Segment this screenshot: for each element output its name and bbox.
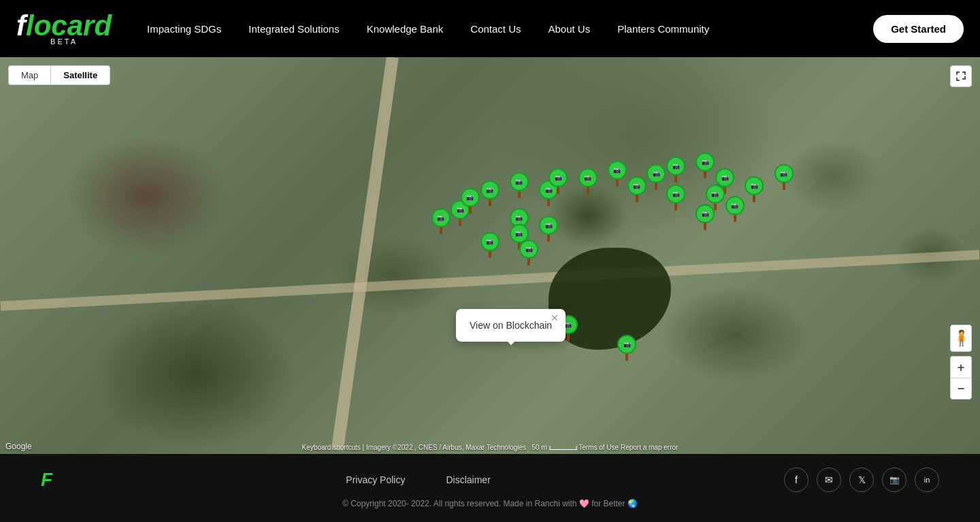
map-type-satellite-button[interactable]: Satellite bbox=[51, 66, 110, 84]
tree-circle bbox=[745, 176, 764, 195]
tree-circle bbox=[480, 180, 500, 199]
logo[interactable]: flocard BETA bbox=[16, 12, 112, 46]
footer-privacy-policy-link[interactable]: Privacy Policy bbox=[346, 474, 405, 485]
tree-marker[interactable] bbox=[519, 240, 538, 265]
tree-trunk bbox=[440, 227, 442, 234]
tree-marker[interactable] bbox=[539, 216, 558, 242]
tree-circle bbox=[696, 152, 715, 172]
popup-blockchain-text[interactable]: View on Blockchain bbox=[470, 320, 552, 331]
email-button[interactable]: ✉ bbox=[817, 468, 841, 492]
twitter-button[interactable]: 𝕏 bbox=[849, 468, 874, 492]
tree-marker[interactable] bbox=[627, 176, 647, 202]
google-attribution: Google bbox=[5, 442, 32, 451]
scale-line bbox=[550, 446, 577, 450]
tree-circle bbox=[725, 196, 745, 215]
map-container: Map Satellite bbox=[0, 57, 980, 454]
fullscreen-button[interactable] bbox=[950, 65, 972, 87]
nav-item-about-us[interactable]: About Us bbox=[535, 0, 604, 57]
footer-socials: f ✉ 𝕏 📷 in bbox=[784, 468, 939, 492]
tree-trunk bbox=[547, 199, 550, 206]
tree-trunk bbox=[734, 215, 736, 222]
tree-marker[interactable] bbox=[617, 335, 636, 361]
linkedin-icon: in bbox=[924, 476, 930, 484]
tree-trunk bbox=[753, 195, 755, 202]
zoom-out-button[interactable]: − bbox=[950, 378, 972, 399]
tree-trunk bbox=[547, 235, 550, 242]
scale-text: 50 m bbox=[532, 444, 546, 451]
tree-trunk bbox=[469, 207, 472, 214]
tree-trunk bbox=[655, 183, 657, 190]
tree-trunk bbox=[489, 199, 491, 206]
email-icon: ✉ bbox=[825, 474, 833, 485]
get-started-button[interactable]: Get Started bbox=[873, 15, 964, 43]
footer-logo[interactable]: F bbox=[41, 469, 52, 491]
footer-copyright: © Copyright 2020- 2022. All rights reser… bbox=[342, 499, 638, 508]
nav-item-knowledge-bank[interactable]: Knowledge Bank bbox=[353, 0, 457, 57]
nav-item-planters-community[interactable]: Planters Community bbox=[604, 0, 723, 57]
scale-bar: 50 m bbox=[532, 444, 576, 451]
popup-close-button[interactable]: ✕ bbox=[551, 313, 559, 323]
tree-circle bbox=[510, 172, 529, 191]
terms-of-use-link[interactable]: Terms of Use bbox=[578, 444, 619, 451]
pegman-icon: 🧍 bbox=[952, 329, 970, 347]
facebook-button[interactable]: f bbox=[784, 468, 808, 492]
nav-item-contact-us[interactable]: Contact Us bbox=[457, 0, 534, 57]
nav-item-impacting-sdgs[interactable]: Impacting SDGs bbox=[133, 0, 235, 57]
tree-marker[interactable] bbox=[608, 161, 627, 186]
tree-marker[interactable] bbox=[745, 176, 764, 202]
tree-marker[interactable] bbox=[725, 196, 745, 222]
keyboard-shortcuts-link[interactable]: Keyboard shortcuts bbox=[302, 444, 361, 451]
tree-circle bbox=[617, 335, 636, 354]
report-map-error-link[interactable]: Report a map error bbox=[621, 444, 678, 451]
tree-trunk bbox=[459, 219, 461, 226]
tree-marker[interactable] bbox=[696, 152, 715, 178]
tree-marker[interactable] bbox=[461, 188, 480, 214]
tree-trunk bbox=[616, 180, 619, 186]
tree-circle bbox=[706, 184, 725, 203]
tree-circle bbox=[578, 168, 598, 187]
tree-trunk bbox=[674, 203, 677, 210]
map-type-map-button[interactable]: Map bbox=[9, 66, 51, 84]
instagram-button[interactable]: 📷 bbox=[882, 468, 906, 492]
tree-marker[interactable] bbox=[510, 172, 529, 198]
tree-trunk bbox=[527, 259, 530, 265]
tree-marker[interactable] bbox=[431, 208, 451, 234]
zoom-in-button[interactable]: + bbox=[950, 356, 972, 378]
tree-circle bbox=[461, 188, 480, 207]
tree-marker[interactable] bbox=[666, 184, 685, 210]
tree-trunk bbox=[704, 223, 706, 230]
tree-trunk bbox=[518, 191, 521, 198]
tree-circle bbox=[774, 164, 794, 183]
map-imagery-attribution: Keyboard shortcuts | Imagery ©2022 , CNE… bbox=[302, 444, 679, 451]
tree-trunk bbox=[783, 183, 785, 190]
tree-circle bbox=[666, 157, 685, 176]
tree-trunk bbox=[674, 176, 677, 182]
twitter-icon: 𝕏 bbox=[858, 474, 866, 485]
tree-circle bbox=[666, 184, 685, 203]
logo-beta: BETA bbox=[50, 37, 78, 46]
tree-marker[interactable] bbox=[696, 204, 715, 230]
tree-trunk bbox=[489, 251, 491, 258]
imagery-text: Imagery ©2022 , CNES / Airbus, Maxar Tec… bbox=[366, 444, 526, 451]
pegman-button[interactable]: 🧍 bbox=[950, 325, 972, 352]
tree-marker[interactable] bbox=[480, 180, 500, 206]
tree-marker[interactable] bbox=[578, 168, 598, 194]
tree-marker[interactable] bbox=[647, 164, 666, 190]
tree-marker[interactable] bbox=[666, 157, 685, 182]
tree-trunk bbox=[704, 172, 706, 178]
logo-text: flocard bbox=[16, 12, 112, 40]
tree-marker[interactable] bbox=[774, 164, 794, 190]
nav-links: Impacting SDGs Integrated Solutions Know… bbox=[133, 0, 873, 57]
tree-trunk bbox=[567, 334, 570, 341]
tree-trunk bbox=[557, 187, 559, 194]
tree-circle bbox=[696, 204, 715, 223]
tree-marker[interactable] bbox=[480, 232, 500, 258]
linkedin-button[interactable]: in bbox=[915, 468, 939, 492]
nav-item-integrated-solutions[interactable]: Integrated Solutions bbox=[235, 0, 353, 57]
tree-trunk bbox=[636, 195, 638, 202]
tree-marker[interactable] bbox=[549, 168, 568, 194]
footer-disclaimer-link[interactable]: Disclaimer bbox=[446, 474, 490, 485]
map-type-switcher: Map Satellite bbox=[8, 65, 110, 85]
tree-circle bbox=[519, 240, 538, 259]
tree-circle bbox=[539, 216, 558, 235]
